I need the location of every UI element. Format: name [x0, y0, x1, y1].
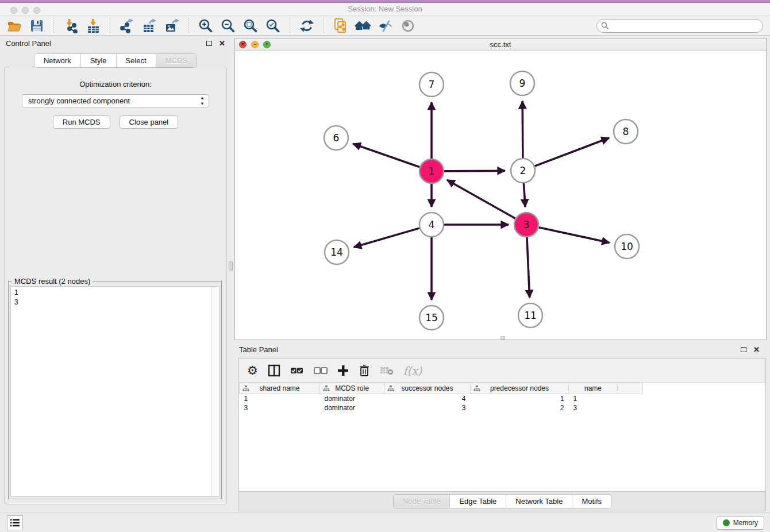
float-table-panel-icon[interactable]	[741, 347, 746, 352]
open-session-icon[interactable]	[6, 18, 23, 34]
window-title: Session: New Session	[0, 5, 770, 13]
column-header-shared-name[interactable]: shared name	[240, 383, 320, 394]
toolbar-separator	[110, 18, 110, 34]
table-panel-title: Table Panel	[239, 345, 741, 354]
toolbar-separator	[53, 18, 54, 34]
close-table-panel-icon[interactable]: ✕	[753, 346, 760, 353]
task-history-button[interactable]	[7, 515, 23, 530]
tab-mcds[interactable]: MCDS	[156, 54, 197, 67]
select-stepper-icon: ▲▼	[200, 95, 205, 107]
network-canvas[interactable]: 1234678910111415	[235, 51, 766, 340]
titlebar-accent	[0, 0, 770, 3]
table-row[interactable]: 3 dominator 3 2 3	[240, 403, 643, 413]
column-header-name[interactable]: name	[569, 383, 618, 394]
show-eye-icon[interactable]	[399, 18, 417, 34]
import-network-icon[interactable]	[62, 18, 79, 34]
control-panel: Control Panel ✕ Network Style Select MCD…	[0, 36, 231, 511]
graph-edge-2-8[interactable]	[535, 138, 609, 166]
result-line: 3	[14, 298, 215, 307]
tab-edge-table[interactable]: Edge Table	[450, 495, 506, 508]
tab-network[interactable]: Network	[34, 54, 81, 67]
deselect-all-icon[interactable]	[314, 367, 328, 375]
graph-node-label-2: 2	[520, 165, 526, 176]
network-window-titlebar[interactable]: ✕ – + scc.txt	[235, 38, 766, 51]
toolbar-separator	[324, 18, 324, 34]
control-panel-title: Control Panel	[6, 39, 206, 48]
status-bar: Memory	[0, 512, 770, 532]
result-scrollbar[interactable]	[211, 287, 219, 496]
column-header-predecessor-nodes[interactable]: predecessor nodes	[471, 383, 569, 394]
close-panel-button[interactable]: Close panel	[120, 115, 179, 129]
run-mcds-button[interactable]: Run MCDS	[53, 115, 110, 129]
table-panel: Table Panel ✕ ⚙	[234, 342, 767, 512]
canvas-splitter-grip[interactable]	[500, 336, 505, 340]
graph-edge-3-11[interactable]	[527, 237, 530, 298]
table-header-row: shared name MCDS role successor nodes	[240, 383, 643, 394]
refresh-view-icon[interactable]	[298, 18, 315, 34]
export-table-icon[interactable]	[141, 18, 158, 34]
show-all-networks-icon[interactable]	[355, 18, 372, 34]
graph-node-label-3: 3	[523, 219, 530, 230]
graph-node-label-4: 4	[429, 219, 435, 230]
app-titlebar: Session: New Session	[0, 0, 770, 16]
mcds-panel: Optimization criterion: strongly connect…	[4, 67, 227, 504]
mcds-result-text[interactable]: 1 3	[10, 286, 220, 497]
tab-style[interactable]: Style	[81, 54, 117, 67]
float-panel-icon[interactable]	[206, 41, 212, 46]
memory-status-icon	[723, 519, 730, 526]
graph-edge-4-14[interactable]	[354, 228, 419, 247]
columns-icon[interactable]	[268, 364, 280, 377]
graph-edge-3-1[interactable]	[447, 180, 515, 218]
select-all-icon[interactable]	[290, 367, 304, 375]
hierarchy-icon	[387, 385, 394, 392]
optimization-criterion-select[interactable]: strongly connected component ▲▼	[22, 94, 209, 107]
delete-row-icon[interactable]	[359, 364, 370, 377]
control-panel-tabs: Network Style Select MCDS	[34, 53, 197, 68]
tab-network-table[interactable]: Network Table	[506, 495, 572, 508]
column-header-successor-nodes[interactable]: successor nodes	[384, 383, 471, 394]
function-builder-icon: f(x)	[403, 364, 422, 377]
node-table-area: shared name MCDS role successor nodes	[239, 383, 765, 491]
save-session-icon[interactable]	[28, 18, 45, 34]
hierarchy-icon	[473, 385, 480, 392]
close-panel-icon[interactable]: ✕	[219, 40, 225, 47]
memory-label: Memory	[733, 519, 758, 527]
node-table[interactable]: shared name MCDS role successor nodes	[239, 383, 643, 413]
graph-node-label-1: 1	[429, 165, 435, 177]
tab-motifs[interactable]: Motifs	[572, 495, 611, 508]
graph-node-label-11: 11	[524, 310, 537, 321]
graph-node-label-6: 6	[333, 132, 340, 144]
export-network-icon[interactable]	[118, 18, 136, 34]
graph-edge-1-6[interactable]	[353, 144, 419, 167]
zoom-fit-icon[interactable]	[242, 18, 259, 34]
network-graph[interactable]: 1234678910111415	[235, 51, 766, 340]
add-row-icon[interactable]	[337, 365, 349, 376]
hide-selection-icon[interactable]	[377, 18, 394, 34]
panel-splitter-grip[interactable]	[229, 261, 233, 271]
zoom-in-icon[interactable]	[197, 18, 214, 34]
zoom-out-icon[interactable]	[220, 18, 237, 34]
graph-edge-3-10[interactable]	[538, 228, 609, 243]
export-image-icon[interactable]	[163, 18, 180, 34]
memory-button[interactable]: Memory	[717, 516, 764, 530]
result-line: 1	[14, 288, 215, 298]
graph-edge-1-2[interactable]	[444, 171, 505, 171]
gear-icon[interactable]: ⚙	[247, 364, 258, 377]
tab-select[interactable]: Select	[117, 54, 156, 67]
import-table-icon[interactable]	[84, 18, 102, 34]
tab-node-table[interactable]: Node Table	[394, 495, 451, 508]
toolbar-separator	[290, 18, 290, 34]
zoom-selected-icon[interactable]	[264, 18, 282, 34]
graph-node-label-10: 10	[621, 241, 633, 252]
selected-option: strongly connected component	[28, 97, 130, 105]
new-network-from-selection-icon[interactable]	[332, 18, 349, 34]
column-header-mcds-role[interactable]: MCDS role	[320, 383, 384, 394]
column-header-filler	[618, 383, 643, 394]
graph-edge-2-3[interactable]	[523, 183, 525, 207]
graph-edge-2-9[interactable]	[522, 101, 523, 158]
optimization-criterion-label: Optimization criterion:	[5, 80, 226, 88]
list-icon	[10, 518, 20, 527]
table-row[interactable]: 1 dominator 4 1 1	[240, 394, 643, 403]
search-input[interactable]	[596, 19, 763, 33]
graph-node-label-14: 14	[330, 246, 343, 258]
